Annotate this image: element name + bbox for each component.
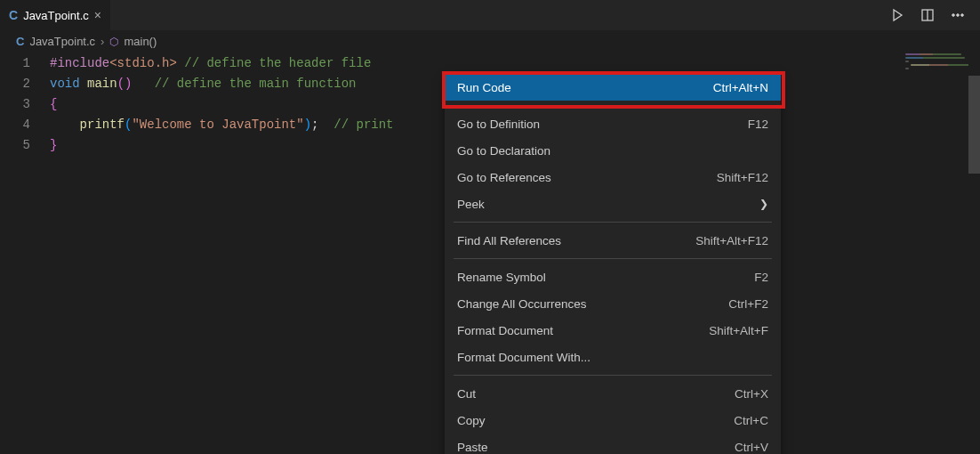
- menu-cut[interactable]: Cut Ctrl+X: [445, 380, 781, 407]
- menu-change-all-occurrences[interactable]: Change All Occurrences Ctrl+F2: [445, 290, 781, 317]
- menu-label: Format Document: [457, 324, 553, 337]
- menu-run-code[interactable]: Run Code Ctrl+Alt+N: [445, 74, 781, 101]
- menu-label: Cut: [457, 387, 476, 401]
- menu-separator: [454, 258, 772, 259]
- breadcrumb-symbol: main(): [124, 35, 157, 48]
- menu-paste[interactable]: Paste Ctrl+V: [445, 434, 781, 454]
- editor-tab[interactable]: C JavaTpoint.c ×: [0, 0, 110, 30]
- menu-go-to-references[interactable]: Go to References Shift+F12: [445, 164, 781, 191]
- menu-label: Run Code: [457, 81, 511, 94]
- menu-label: Change All Occurrences: [457, 297, 587, 311]
- line-number: 2: [0, 74, 50, 94]
- more-actions-icon[interactable]: [950, 7, 966, 23]
- breadcrumb-file: JavaTpoint.c: [29, 35, 95, 48]
- line-number: 4: [0, 115, 50, 135]
- menu-label: Rename Symbol: [457, 271, 546, 284]
- line-number: 3: [0, 94, 50, 115]
- context-menu: Run Code Ctrl+Alt+N Go to Definition F12…: [445, 74, 781, 454]
- menu-label: Peek: [457, 198, 485, 211]
- menu-shortcut: F2: [754, 271, 768, 284]
- editor-actions: [889, 7, 980, 23]
- menu-go-to-definition[interactable]: Go to Definition F12: [445, 110, 781, 137]
- svg-point-4: [957, 14, 960, 17]
- menu-label: Copy: [457, 414, 486, 427]
- breadcrumb[interactable]: C JavaTpoint.c › ⬡ main(): [0, 31, 980, 52]
- svg-point-5: [961, 14, 964, 17]
- menu-rename-symbol[interactable]: Rename Symbol F2: [445, 263, 781, 290]
- svg-marker-0: [894, 10, 902, 20]
- menu-label: Paste: [457, 441, 488, 454]
- menu-separator: [454, 375, 772, 376]
- tab-title: JavaTpoint.c: [23, 9, 89, 22]
- menu-shortcut: Ctrl+V: [735, 441, 768, 454]
- run-icon[interactable]: [889, 7, 905, 23]
- menu-go-to-declaration[interactable]: Go to Declaration: [445, 137, 781, 164]
- menu-shortcut: Ctrl+C: [734, 414, 768, 427]
- menu-peek[interactable]: Peek ❯: [445, 191, 781, 217]
- menu-find-all-references[interactable]: Find All References Shift+Alt+F12: [445, 227, 781, 254]
- symbol-method-icon: ⬡: [109, 36, 118, 48]
- vertical-scrollbar[interactable]: [968, 31, 980, 454]
- line-number: 1: [0, 53, 50, 74]
- menu-shortcut: Shift+F12: [717, 171, 768, 184]
- c-file-icon: C: [16, 35, 24, 48]
- line-number: 5: [0, 135, 50, 156]
- close-tab-icon[interactable]: ×: [94, 9, 101, 21]
- chevron-right-icon: ❯: [759, 198, 768, 210]
- tab-bar: C JavaTpoint.c ×: [0, 0, 980, 31]
- menu-separator: [454, 222, 772, 223]
- scrollbar-thumb[interactable]: [968, 76, 980, 174]
- c-file-icon: C: [9, 8, 18, 22]
- menu-format-document-with[interactable]: Format Document With...: [445, 344, 781, 370]
- menu-label: Go to Declaration: [457, 144, 550, 158]
- minimap[interactable]: [905, 53, 968, 89]
- menu-label: Find All References: [457, 234, 561, 247]
- menu-shortcut: Shift+Alt+F: [709, 324, 768, 337]
- svg-point-3: [952, 14, 955, 17]
- menu-shortcut: F12: [748, 118, 768, 131]
- menu-copy[interactable]: Copy Ctrl+C: [445, 407, 781, 434]
- menu-shortcut: Ctrl+F2: [728, 297, 768, 311]
- split-editor-icon[interactable]: [920, 7, 936, 23]
- menu-shortcut: Ctrl+Alt+N: [713, 81, 768, 94]
- menu-label: Go to Definition: [457, 118, 540, 131]
- menu-shortcut: Shift+Alt+F12: [695, 234, 768, 247]
- menu-shortcut: Ctrl+X: [735, 387, 768, 401]
- chevron-right-icon: ›: [100, 35, 104, 48]
- menu-label: Go to References: [457, 171, 551, 184]
- menu-format-document[interactable]: Format Document Shift+Alt+F: [445, 317, 781, 344]
- menu-separator: [454, 105, 772, 106]
- menu-label: Format Document With...: [457, 351, 590, 364]
